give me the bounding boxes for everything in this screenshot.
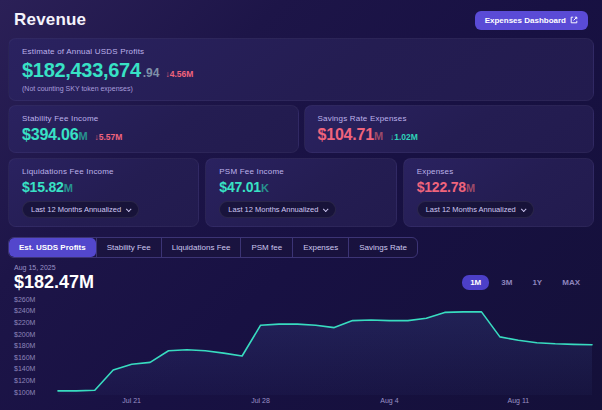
annual-profits-note: (Not counting SKY token expenses): [22, 85, 580, 92]
savings-rate-delta: ↓1.02M: [390, 132, 418, 142]
annual-profits-label: Estimate of Annual USDS Profits: [22, 47, 580, 56]
savings-rate-card: Savings Rate Expenses $104.71M ↓1.02M: [304, 105, 595, 153]
chart-header: Aug 15, 2025 $182.47M 1M 3M 1Y MAX: [14, 264, 588, 293]
annual-profits-decimals: .94: [143, 66, 160, 80]
y-axis-tick-label: $120M: [14, 377, 35, 384]
liquidations-period-dropdown[interactable]: Last 12 Months Annualized: [22, 201, 139, 218]
revenue-dashboard: Revenue Expenses Dashboard Estimate of A…: [0, 0, 602, 410]
chart-x-axis: Jul 21Jul 28Aug 4Aug 11: [58, 397, 592, 410]
y-axis-tick-label: $100M: [14, 389, 35, 396]
psm-period-dropdown[interactable]: Last 12 Months Annualized: [219, 201, 336, 218]
stability-fee-value: $394.06M: [22, 126, 87, 144]
y-axis-tick-label: $240M: [14, 307, 35, 314]
expenses-card: Expenses $122.78M Last 12 Months Annuali…: [403, 158, 594, 227]
stability-fee-delta: ↓5.57M: [94, 132, 122, 142]
chart-area-fill: [58, 312, 592, 395]
chevron-down-icon: [126, 206, 132, 212]
metric-row-top: Stability Fee Income $394.06M ↓5.57M Sav…: [8, 105, 594, 153]
tab-savings-rate[interactable]: Savings Rate: [348, 238, 417, 257]
expenses-label: Expenses: [417, 167, 580, 176]
tab-liquidations-fee[interactable]: Liquidations Fee: [161, 238, 241, 257]
chart-hover-value: $182.47M: [14, 272, 94, 293]
savings-rate-label: Savings Rate Expenses: [318, 114, 581, 123]
y-axis-tick-label: $260M: [14, 296, 35, 303]
metric-row-bottom: Liquidations Fee Income $15.82M Last 12 …: [8, 158, 594, 227]
tab-psm-fee[interactable]: PSM fee: [240, 238, 292, 257]
expenses-dashboard-button[interactable]: Expenses Dashboard: [475, 11, 588, 30]
stability-fee-label: Stability Fee Income: [22, 114, 285, 123]
tab-est-usds-profits[interactable]: Est. USDS Profits: [9, 238, 96, 257]
chart-plot-area[interactable]: [58, 295, 592, 395]
range-max[interactable]: MAX: [554, 275, 588, 290]
chart-tabbar: Est. USDS Profits Stability Fee Liquidat…: [8, 237, 418, 258]
annual-profits-card: Estimate of Annual USDS Profits $182,433…: [8, 38, 594, 101]
annual-profits-value: $182,433,674: [22, 59, 141, 82]
psm-fee-value: $47.01K: [219, 179, 382, 195]
x-axis-tick-label: Aug 4: [380, 397, 398, 404]
tab-expenses[interactable]: Expenses: [292, 238, 348, 257]
y-axis-tick-label: $180M: [14, 342, 35, 349]
chart-hover-date: Aug 15, 2025: [14, 264, 94, 271]
x-axis-tick-label: Jul 28: [251, 397, 270, 404]
chevron-down-icon: [521, 206, 527, 212]
liquidations-fee-value: $15.82M: [22, 179, 185, 195]
range-1y[interactable]: 1Y: [524, 275, 550, 290]
range-3m[interactable]: 3M: [493, 275, 520, 290]
liquidations-fee-label: Liquidations Fee Income: [22, 167, 185, 176]
expenses-dashboard-button-label: Expenses Dashboard: [485, 16, 566, 25]
psm-fee-label: PSM Fee Income: [219, 167, 382, 176]
page-title: Revenue: [14, 10, 86, 30]
stability-fee-card: Stability Fee Income $394.06M ↓5.57M: [8, 105, 299, 153]
expenses-value: $122.78M: [417, 179, 580, 195]
y-axis-tick-label: $160M: [14, 354, 35, 361]
y-axis-tick-label: $220M: [14, 319, 35, 326]
chart-y-axis: $260M$240M$220M$200M$180M$160M$140M$120M…: [14, 295, 58, 395]
time-range-selector: 1M 3M 1Y MAX: [462, 275, 588, 290]
page-header: Revenue Expenses Dashboard: [8, 8, 594, 38]
revenue-chart: $260M$240M$220M$200M$180M$160M$140M$120M…: [8, 295, 594, 410]
range-1m[interactable]: 1M: [462, 275, 489, 290]
expenses-period-dropdown[interactable]: Last 12 Months Annualized: [417, 201, 534, 218]
savings-rate-value: $104.71M: [318, 126, 383, 144]
revenue-line-chart-svg[interactable]: [58, 295, 592, 395]
annual-profits-delta: ↓4.56M: [165, 69, 193, 79]
y-axis-tick-label: $140M: [14, 365, 35, 372]
tab-stability-fee[interactable]: Stability Fee: [96, 238, 161, 257]
liquidations-fee-card: Liquidations Fee Income $15.82M Last 12 …: [8, 158, 199, 227]
x-axis-tick-label: Aug 11: [508, 397, 530, 404]
chevron-down-icon: [323, 206, 329, 212]
psm-fee-card: PSM Fee Income $47.01K Last 12 Months An…: [205, 158, 396, 227]
external-link-icon: [570, 16, 578, 24]
x-axis-tick-label: Jul 21: [122, 397, 141, 404]
y-axis-tick-label: $200M: [14, 331, 35, 338]
